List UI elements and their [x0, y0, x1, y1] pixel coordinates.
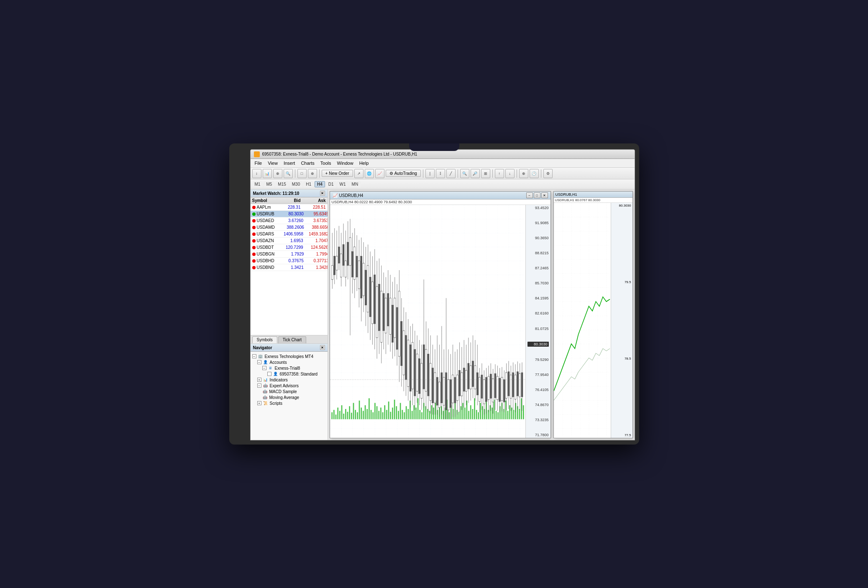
- tree-ma[interactable]: 🤖 Moving Average: [262, 394, 326, 400]
- toolbar-arrow-btn[interactable]: ↕: [252, 169, 261, 178]
- tab-tick-chart[interactable]: Tick Chart: [278, 336, 306, 343]
- tree-indicators[interactable]: + 📊 Indicators: [257, 377, 326, 383]
- toolbar-up-btn[interactable]: ↑: [495, 169, 504, 178]
- toolbar-bar-btn[interactable]: |: [425, 169, 435, 178]
- menu-view[interactable]: View: [265, 160, 280, 166]
- svg-rect-127: [360, 256, 362, 298]
- mw-row-usdars[interactable]: USDARS 1406.5958 1459.1682: [251, 231, 328, 238]
- tree-indicators-toggle[interactable]: +: [257, 378, 261, 382]
- svg-rect-151: [387, 294, 389, 326]
- h4-chart-title: 📈 USDRUB,H4: [333, 193, 364, 198]
- toolbar-zoomout-btn[interactable]: 🔎: [471, 169, 480, 178]
- tf-d1[interactable]: D1: [326, 181, 336, 187]
- svg-rect-58: [443, 411, 444, 419]
- tree-account[interactable]: 👤 69507358: Standard: [267, 371, 326, 377]
- tree-accounts-toggle[interactable]: −: [257, 360, 261, 364]
- tab-symbols[interactable]: Symbols: [252, 336, 277, 343]
- svg-rect-183: [423, 345, 425, 389]
- tree-ea-toggle[interactable]: −: [257, 383, 261, 388]
- tree-ma-label: Moving Average: [269, 395, 300, 400]
- toolbar-candle-btn[interactable]: 𝕀: [436, 169, 445, 178]
- menu-window[interactable]: Window: [335, 160, 356, 166]
- mw-row-usdazn[interactable]: USDAZN 1.6953 1.7047: [251, 238, 328, 244]
- h4-chart-canvas[interactable]: [330, 205, 525, 438]
- toolbar-rect-btn[interactable]: □: [297, 169, 307, 178]
- svg-rect-259: [507, 372, 509, 396]
- tf-h1[interactable]: H1: [303, 181, 314, 187]
- navigator-close[interactable]: ✕: [320, 345, 325, 350]
- tree-scripts-toggle[interactable]: +: [257, 401, 261, 405]
- svg-rect-17: [363, 411, 364, 419]
- tf-m5[interactable]: M5: [264, 181, 274, 187]
- autotrading-button[interactable]: ⚙ AutoTrading: [386, 170, 421, 177]
- menu-tools[interactable]: Tools: [318, 160, 334, 166]
- icon-usdamd: [252, 226, 256, 229]
- toolbar-chart2-btn[interactable]: 📈: [375, 169, 384, 178]
- svg-rect-235: [481, 375, 482, 399]
- svg-rect-21: [370, 410, 371, 419]
- svg-rect-115: [347, 242, 348, 266]
- h4-maximize-btn[interactable]: □: [534, 192, 540, 198]
- tree-root-toggle[interactable]: −: [252, 354, 256, 358]
- h4-minimize-btn[interactable]: −: [526, 192, 533, 198]
- svg-rect-68: [462, 403, 463, 419]
- toolbar-cursor-btn[interactable]: ⊕: [273, 169, 282, 178]
- h1-chart-canvas[interactable]: [554, 203, 611, 438]
- menu-file[interactable]: File: [252, 160, 265, 166]
- mw-row-usdbhd[interactable]: USDBHD 0.37675 0.37713: [251, 258, 328, 264]
- tree-root[interactable]: − 🏢 Exness Technologies MT4: [252, 353, 326, 359]
- new-order-button[interactable]: + New Order: [322, 170, 353, 177]
- tree-broker-toggle[interactable]: −: [262, 366, 266, 370]
- mw-row-aaplm[interactable]: AAPLm 228.31 228.51: [251, 204, 328, 211]
- toolbar-line-btn[interactable]: ╱: [446, 169, 456, 178]
- tf-h4[interactable]: H4: [315, 181, 325, 187]
- svg-rect-41: [410, 401, 411, 419]
- toolbar-chart-btn[interactable]: 📊: [263, 169, 272, 178]
- tree-accounts[interactable]: − 👤 Accounts: [257, 359, 326, 365]
- mw-row-usdbnd[interactable]: USDBND 1.3421 1.3428: [251, 264, 328, 271]
- tf-m1[interactable]: M1: [252, 181, 263, 187]
- toolbar-zoom-btn[interactable]: 🔍: [284, 169, 293, 178]
- tf-mn[interactable]: MN: [349, 181, 361, 187]
- toolbar-arrow2-btn[interactable]: ↗: [354, 169, 364, 178]
- tree-broker[interactable]: − 🖥 Exness-Trial8: [262, 365, 326, 371]
- mw-row-usdaed[interactable]: USDAED 3.67260 3.67353: [251, 217, 328, 224]
- menu-insert[interactable]: Insert: [281, 160, 298, 166]
- tf-w1[interactable]: W1: [337, 181, 348, 187]
- tree-expert-advisors[interactable]: − 🤖 Expert Advisors: [257, 383, 326, 389]
- tree-scripts[interactable]: + 📜 Scripts: [257, 400, 326, 406]
- tree-macd[interactable]: 🤖 MACD Sample: [262, 389, 326, 394]
- mw-row-usdrub[interactable]: USDRUB 80.3030 95.6349: [251, 211, 328, 217]
- svg-rect-225: [470, 366, 471, 389]
- tf-m30[interactable]: M30: [289, 181, 302, 187]
- mw-row-usdamd[interactable]: USDAMD 388.2606 388.6650: [251, 224, 328, 231]
- menu-charts[interactable]: Charts: [298, 160, 317, 166]
- toolbar-settings-btn[interactable]: ⚙: [543, 169, 553, 178]
- h4-close-btn[interactable]: ✕: [541, 192, 548, 198]
- svg-rect-27: [382, 412, 383, 419]
- toolbar-sep-2: [319, 169, 320, 178]
- svg-rect-103: [333, 256, 335, 275]
- svg-rect-195: [436, 377, 438, 405]
- menu-help[interactable]: Help: [357, 160, 371, 166]
- toolbar-clock-btn[interactable]: 🕐: [530, 169, 539, 178]
- toolbar-down-btn[interactable]: ↓: [505, 169, 515, 178]
- tf-m15[interactable]: M15: [275, 181, 288, 187]
- svg-rect-203: [445, 373, 447, 410]
- toolbar-magnify-btn[interactable]: 🔍: [460, 169, 469, 178]
- icon-usdbgn: [252, 253, 256, 256]
- mw-row-usdbgn[interactable]: USDBGN 1.7929 1.7994: [251, 251, 328, 258]
- toolbar-more-btn[interactable]: ⊕: [519, 169, 528, 178]
- toolbar-globe-btn[interactable]: 🌐: [365, 169, 374, 178]
- tree-account-toggle[interactable]: [267, 372, 271, 376]
- tree-accounts-label: Accounts: [270, 360, 287, 365]
- symbol-usdamd: USDAMD: [252, 225, 275, 230]
- market-watch-close[interactable]: ✕: [320, 191, 325, 196]
- toolbar-zoom2-btn[interactable]: ⊕: [308, 169, 317, 178]
- svg-rect-243: [490, 374, 492, 398]
- autotrading-label: AutoTrading: [394, 171, 417, 176]
- mw-row-usdbdt[interactable]: USDBDT 120.7299 124.5626: [251, 244, 328, 251]
- toolbar-grid-btn[interactable]: ⊞: [481, 169, 490, 178]
- col-ask: Ask: [301, 198, 326, 203]
- svg-rect-44: [415, 408, 417, 419]
